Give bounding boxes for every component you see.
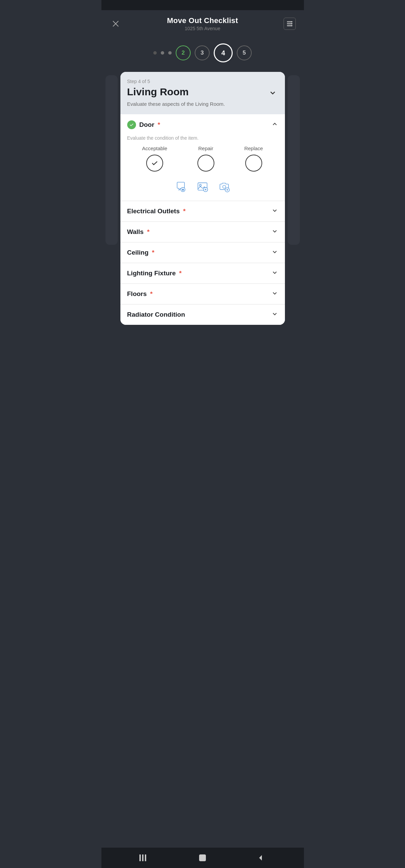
header: Move Out Checklist 1025 5th Avenue <box>101 10 304 37</box>
radiator-condition-chevron[interactable] <box>271 311 278 319</box>
side-card-right <box>288 75 300 245</box>
lighting-fixture-header[interactable]: Lighting Fixture * <box>120 263 285 283</box>
lighting-fixture-left: Lighting Fixture * <box>127 270 182 277</box>
status-bar <box>101 0 304 10</box>
walls-title: Walls <box>127 228 144 236</box>
main-card: Step 4 of 5 Living Room Evaluate these a… <box>120 72 285 325</box>
checklist-item-lighting-fixture: Lighting Fixture * <box>120 263 285 284</box>
take-photo-button[interactable] <box>217 179 232 194</box>
door-check-icon <box>127 120 136 129</box>
checklist-item-walls: Walls * <box>120 222 285 242</box>
step-2-circle[interactable]: 2 <box>176 45 191 60</box>
door-required-star: * <box>158 121 160 129</box>
door-chevron-up[interactable] <box>271 121 278 129</box>
floors-header[interactable]: Floors * <box>120 284 285 304</box>
floors-title: Floors <box>127 290 147 298</box>
floors-star: * <box>150 290 153 298</box>
step-5-circle[interactable]: 5 <box>237 45 252 60</box>
svg-rect-22 <box>199 854 206 861</box>
electrical-outlets-left: Electrical Outlets * <box>127 208 186 215</box>
lighting-fixture-title: Lighting Fixture <box>127 270 176 277</box>
bottom-nav <box>101 848 304 868</box>
card-header-row: Living Room Evaluate these aspects of th… <box>127 86 278 107</box>
step-dot-3 <box>168 51 172 55</box>
room-title: Living Room <box>127 86 225 98</box>
label-repair: Repair <box>198 145 213 151</box>
app-subtitle: 1025 5th Avenue <box>167 26 238 31</box>
condition-acceptable: Acceptable <box>142 145 167 172</box>
svg-rect-20 <box>142 854 143 861</box>
recent-apps-button[interactable] <box>137 850 152 865</box>
ceiling-title: Ceiling <box>127 249 149 256</box>
checklist-item-door: Door * Evaluate the condition of the ite… <box>120 114 285 201</box>
radiator-condition-header[interactable]: Radiator Condition <box>120 304 285 325</box>
svg-point-15 <box>223 185 226 188</box>
door-item-header[interactable]: Door * <box>120 114 285 135</box>
card-container: Step 4 of 5 Living Room Evaluate these a… <box>101 72 304 848</box>
checklist-item-ceiling: Ceiling * <box>120 242 285 263</box>
svg-rect-21 <box>145 854 146 861</box>
step-dot-2 <box>161 51 164 55</box>
svg-rect-19 <box>139 854 141 861</box>
action-icons: + <box>127 177 278 194</box>
room-description: Evaluate these aspects of the Living Roo… <box>127 100 225 107</box>
step-4-circle[interactable]: 4 <box>214 43 233 62</box>
door-item-title: Door <box>139 121 154 129</box>
app-title: Move Out Checklist <box>167 16 238 25</box>
header-title-group: Move Out Checklist 1025 5th Avenue <box>167 16 238 31</box>
condition-repair: Repair <box>197 145 214 172</box>
electrical-outlets-header[interactable]: Electrical Outlets * <box>120 201 285 221</box>
electrical-outlets-title: Electrical Outlets <box>127 208 180 215</box>
radiator-condition-left: Radiator Condition <box>127 311 185 318</box>
ceiling-chevron[interactable] <box>271 249 278 257</box>
radio-repair[interactable] <box>197 155 214 172</box>
walls-left: Walls * <box>127 228 150 236</box>
label-acceptable: Acceptable <box>142 145 167 151</box>
checklist-item-floors: Floors * <box>120 284 285 304</box>
room-title-description: Living Room Evaluate these aspects of th… <box>127 86 225 107</box>
card-header: Step 4 of 5 Living Room Evaluate these a… <box>120 72 285 114</box>
radiator-condition-title: Radiator Condition <box>127 311 185 318</box>
ceiling-left: Ceiling * <box>127 249 155 256</box>
electrical-outlets-chevron[interactable] <box>271 207 278 215</box>
close-button[interactable] <box>110 18 122 30</box>
ceiling-header[interactable]: Ceiling * <box>120 242 285 263</box>
radio-acceptable[interactable] <box>146 155 163 172</box>
collapse-button[interactable] <box>267 87 278 98</box>
step-indicator: 2 3 4 5 <box>101 37 304 72</box>
lighting-fixture-chevron[interactable] <box>271 269 278 277</box>
radio-replace[interactable] <box>245 155 262 172</box>
side-card-left <box>105 75 118 245</box>
walls-star: * <box>147 228 149 236</box>
back-button[interactable] <box>253 850 268 865</box>
step-dot-1 <box>153 51 157 55</box>
condition-options: Acceptable Repair <box>127 145 278 172</box>
walls-header[interactable]: Walls * <box>120 222 285 242</box>
floors-chevron[interactable] <box>271 290 278 298</box>
condition-replace: Replace <box>244 145 263 172</box>
door-item-left: Door * <box>127 120 160 129</box>
walls-chevron[interactable] <box>271 228 278 236</box>
svg-text:+: + <box>182 188 184 192</box>
lighting-fixture-star: * <box>179 270 181 277</box>
svg-rect-7 <box>291 25 292 26</box>
label-replace: Replace <box>244 145 263 151</box>
floors-left: Floors * <box>127 290 153 298</box>
list-button[interactable] <box>284 18 296 30</box>
svg-point-11 <box>199 184 201 186</box>
electrical-outlets-star: * <box>183 208 186 215</box>
svg-rect-5 <box>291 21 292 22</box>
door-expanded-content: Evaluate the condition of the item. Acce… <box>120 135 285 201</box>
step-label: Step 4 of 5 <box>127 79 278 84</box>
ceiling-star: * <box>152 249 154 256</box>
upload-image-button[interactable] <box>195 179 210 194</box>
home-button[interactable] <box>195 850 210 865</box>
checklist-item-radiator-condition: Radiator Condition <box>120 304 285 325</box>
add-comment-button[interactable]: + <box>173 179 188 194</box>
checklist-item-electrical-outlets: Electrical Outlets * <box>120 201 285 222</box>
step-3-circle[interactable]: 3 <box>195 45 210 60</box>
svg-rect-6 <box>291 23 292 24</box>
evaluate-text: Evaluate the condition of the item. <box>127 135 278 141</box>
